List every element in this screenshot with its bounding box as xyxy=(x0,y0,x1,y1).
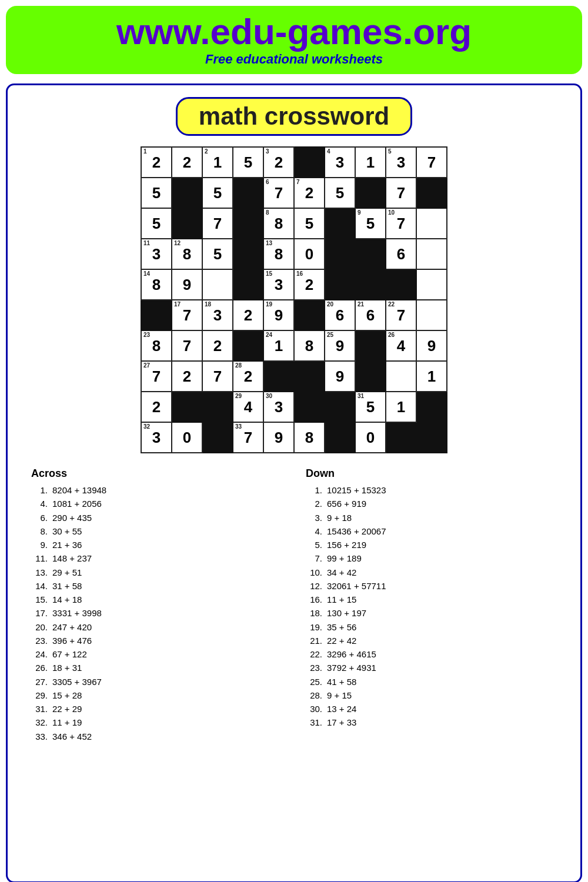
clue-text: 346 + 452 xyxy=(52,730,282,743)
grid-cell: 67 xyxy=(263,178,294,208)
clue-row: 32.11 + 19 xyxy=(31,716,282,729)
cell-number: 12 xyxy=(174,240,181,246)
grid-cell xyxy=(233,239,263,269)
grid-cell xyxy=(294,392,325,422)
grid-cell xyxy=(325,208,355,239)
grid-cell: 9 xyxy=(172,269,202,300)
clue-row: 24.67 + 122 xyxy=(31,647,282,661)
grid-cell: 9 xyxy=(416,330,447,361)
clue-text: 29 + 51 xyxy=(52,566,282,579)
grid-cell xyxy=(325,269,355,300)
cell-value: 2 xyxy=(305,276,313,293)
cell-value: 4 xyxy=(397,337,405,355)
clue-text: 32061 + 57711 xyxy=(327,579,557,593)
clue-number: 16. xyxy=(306,593,327,606)
grid-cell: 95 xyxy=(355,208,386,239)
grid-wrap: 1222153243153755677257578859510711312851… xyxy=(25,146,563,453)
grid-cell: 7 xyxy=(172,330,202,361)
grid-cell: 2 xyxy=(141,392,172,422)
clue-text: 290 + 435 xyxy=(52,511,282,524)
cell-value: 1 xyxy=(397,398,405,416)
cell-value: 9 xyxy=(336,337,344,355)
clue-text: 13 + 24 xyxy=(327,702,557,716)
grid-cell: 5 xyxy=(325,178,355,208)
cell-number: 16 xyxy=(296,271,303,277)
cell-number: 25 xyxy=(327,332,333,338)
cell-value: 5 xyxy=(213,184,222,202)
grid-cell xyxy=(416,208,447,239)
clue-number: 30. xyxy=(306,702,327,716)
clue-row: 12.32061 + 57711 xyxy=(306,579,557,593)
clue-row: 3.9 + 18 xyxy=(306,511,557,524)
cell-number: 23 xyxy=(143,332,150,338)
clue-row: 15.14 + 18 xyxy=(31,593,282,606)
clue-row: 4.1081 + 2056 xyxy=(31,497,282,510)
clue-text: 10215 + 15323 xyxy=(327,483,557,497)
clue-number: 32. xyxy=(31,716,52,729)
clue-text: 656 + 919 xyxy=(327,497,557,510)
cell-value: 8 xyxy=(152,276,161,293)
clue-number: 33. xyxy=(31,730,52,743)
cell-number: 30 xyxy=(266,393,272,399)
clue-text: 41 + 58 xyxy=(327,675,557,689)
clue-text: 11 + 19 xyxy=(52,716,282,729)
across-clues: Across 1.8204 + 139484.1081 + 20566.290 … xyxy=(31,467,282,743)
clue-row: 22.3296 + 4615 xyxy=(306,647,557,661)
cell-number: 6 xyxy=(266,179,269,185)
clue-row: 7.99 + 189 xyxy=(306,552,557,565)
clue-number: 12. xyxy=(306,579,327,593)
clue-row: 26.18 + 31 xyxy=(31,661,282,674)
cell-value: 5 xyxy=(336,184,344,202)
cell-number: 21 xyxy=(358,302,364,308)
clue-text: 21 + 36 xyxy=(52,538,282,552)
clue-number: 13. xyxy=(31,566,52,579)
clue-number: 20. xyxy=(31,620,52,634)
clue-text: 15436 + 20067 xyxy=(327,524,557,538)
grid-cell: 241 xyxy=(263,330,294,361)
cell-value: 5 xyxy=(366,215,375,232)
grid-cell xyxy=(416,269,447,300)
cell-value: 2 xyxy=(152,153,161,171)
grid-cell xyxy=(294,300,325,330)
cell-value: 0 xyxy=(366,429,375,446)
clue-number: 17. xyxy=(31,606,52,620)
clue-text: 31 + 58 xyxy=(52,579,282,593)
clue-text: 15 + 28 xyxy=(52,689,282,702)
grid-cell: 88 xyxy=(263,208,294,239)
grid-cell xyxy=(355,178,386,208)
cell-value: 9 xyxy=(275,306,283,324)
grid-cell: 238 xyxy=(141,330,172,361)
clue-row: 5.156 + 219 xyxy=(306,538,557,552)
cell-value: 0 xyxy=(305,245,313,263)
clue-text: 9 + 15 xyxy=(327,689,557,702)
clue-row: 14.31 + 58 xyxy=(31,579,282,593)
clues-section: Across 1.8204 + 139484.1081 + 20566.290 … xyxy=(25,467,563,743)
cell-value: 7 xyxy=(244,429,252,446)
grid-cell: 5 xyxy=(233,147,263,178)
grid-cell xyxy=(202,269,233,300)
cell-value: 8 xyxy=(275,245,283,263)
clue-row: 16.11 + 15 xyxy=(306,593,557,606)
grid-cell: 1 xyxy=(355,147,386,178)
clue-number: 24. xyxy=(31,647,52,661)
cell-number: 3 xyxy=(266,149,269,155)
cell-value: 7 xyxy=(183,306,191,324)
clue-text: 148 + 237 xyxy=(52,552,282,565)
grid-cell: 53 xyxy=(386,147,416,178)
grid-cell: 0 xyxy=(355,422,386,453)
cell-value: 6 xyxy=(366,306,375,324)
grid-cell xyxy=(141,300,172,330)
cell-number: 20 xyxy=(327,302,333,308)
clue-row: 28.9 + 15 xyxy=(306,689,557,702)
clue-text: 130 + 197 xyxy=(327,606,557,620)
grid-cell xyxy=(325,392,355,422)
grid-cell: 2 xyxy=(233,300,263,330)
cell-value: 8 xyxy=(305,429,313,446)
clue-text: 9 + 18 xyxy=(327,511,557,524)
grid-cell: 183 xyxy=(202,300,233,330)
cell-value: 5 xyxy=(152,184,161,202)
grid-cell xyxy=(202,422,233,453)
cell-value: 8 xyxy=(183,245,191,263)
cell-value: 1 xyxy=(427,368,436,385)
grid-cell: 7 xyxy=(202,361,233,392)
